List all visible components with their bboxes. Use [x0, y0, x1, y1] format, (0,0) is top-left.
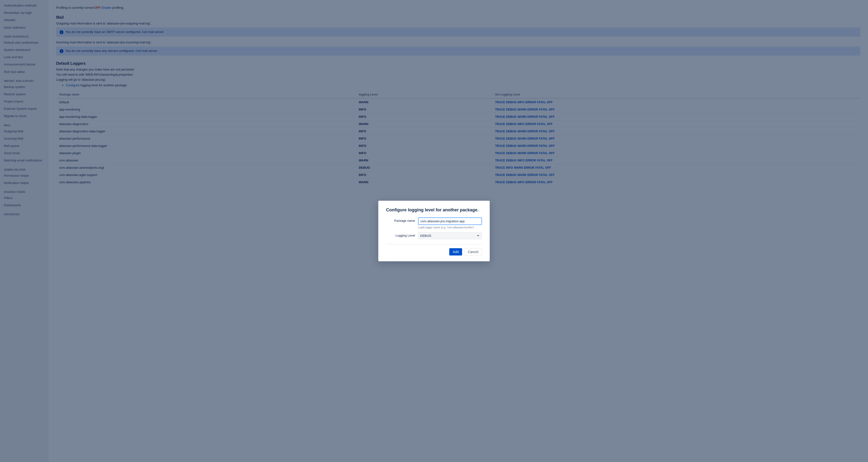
modal-title: Configure logging level for another pack… [386, 207, 482, 212]
package-name-row: Package name Log4j logger name (e.g. 'co… [386, 218, 482, 229]
package-name-hint: Log4j logger name (e.g. 'com.atlassian.b… [418, 226, 482, 229]
configure-logging-modal: Configure logging level for another pack… [378, 201, 490, 261]
package-name-input[interactable] [418, 218, 482, 225]
add-button[interactable]: Add [449, 248, 462, 256]
package-name-label: Package name [386, 218, 415, 223]
logging-level-label: Logging Level [386, 232, 415, 237]
modal-overlay[interactable]: Configure logging level for another pack… [0, 0, 868, 462]
logging-level-select[interactable]: TRACEDEBUGINFOWARNERRORFATALOFF [418, 232, 482, 239]
logging-level-row: Logging Level TRACEDEBUGINFOWARNERRORFAT… [386, 232, 482, 239]
modal-footer: Add Cancel [386, 248, 482, 256]
cancel-button[interactable]: Cancel [464, 248, 482, 256]
package-name-field-group: Log4j logger name (e.g. 'com.atlassian.b… [418, 218, 482, 229]
modal-divider [386, 244, 482, 244]
logging-level-field-group: TRACEDEBUGINFOWARNERRORFATALOFF [418, 232, 482, 239]
